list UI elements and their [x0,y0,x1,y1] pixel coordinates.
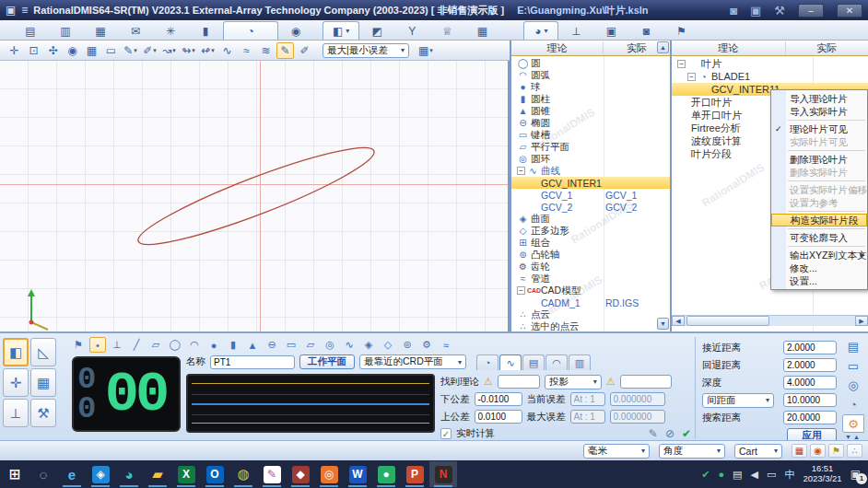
ribbon-tab[interactable]: ✉ ▾ [118,21,153,40]
feature-type-button[interactable]: ▮ [225,337,241,353]
display-tray-icon[interactable]: ▭ [767,469,776,481]
context-menu-item[interactable]: ✓ 修改... ▶ [771,261,867,274]
context-menu-item[interactable]: ✓ 删除实际叶片 ▶ [771,166,867,179]
scroll-right-button[interactable]: ▶ [855,316,868,326]
feature-type-button[interactable]: ▭ [283,337,299,353]
ribbon-tab[interactable]: ▮ ▾ [188,21,223,40]
tree-expand-toggle[interactable]: − [517,286,525,295]
theory-column-header[interactable]: 理论 [672,41,786,55]
feature-type-button[interactable]: ⚙ [418,337,435,353]
depth-input[interactable] [783,376,837,389]
ribbon-tab[interactable]: ♕ ▾ [429,21,464,40]
units-select[interactable]: 毫米 ▾ [583,444,650,459]
scrollbar-thumb[interactable] [686,316,769,326]
taskbar-app-button[interactable]: ◈ [87,461,114,487]
feature-type-button[interactable]: • [89,337,106,353]
ribbon-tab[interactable]: ◧ ▾ [323,21,359,40]
context-menu-item[interactable]: ✓ 可变轮廓导入 ▶ [771,231,867,244]
context-menu-item[interactable]: ✓ 设置实际叶片偏移 ▶ [771,183,867,196]
crd-plane-select[interactable]: 最靠近的CRD平面 ▾ [359,354,466,369]
volume-tray-icon[interactable]: ◀ [751,469,758,481]
context-menu-item[interactable]: ✓ 删除理论叶片 ▶ [771,153,867,166]
ribbon-tab[interactable]: ▦ ▾ [464,21,499,40]
theory-column-header[interactable]: 理论 [511,41,604,55]
taskbar-app-button[interactable]: ◎ [315,461,343,487]
context-menu-item[interactable]: ✓ 设置... ▶ [771,274,867,287]
toolbar-button[interactable]: ≈ ▾ [238,42,255,59]
ribbon-tab[interactable]: ◩ ▾ [359,21,394,40]
taskbar-app-button[interactable]: O [201,461,229,487]
tree-row[interactable]: − CADM_1 RD.IGS [511,296,670,308]
taskbar-app-button[interactable]: P [401,461,428,487]
tree-row[interactable]: − ≈ 管道 [511,273,670,285]
taskbar-app-button[interactable]: ⊞ [1,461,29,487]
context-menu-item[interactable]: ✓ 构造实际叶片段 ▶ [771,214,867,227]
toolbar-button[interactable]: ✐ ▾ [296,42,313,59]
taskbar-app-button[interactable]: W [344,461,371,487]
name-input[interactable] [210,355,295,369]
ribbon-tab[interactable]: ◔ ▾ [223,21,278,40]
display-options-button[interactable]: ▦ ▾ [416,42,435,59]
side-tool-button[interactable]: ▤ [842,337,864,355]
clearance-select[interactable]: 间距面 ▾ [702,393,774,408]
tree-row[interactable]: − GCV_1 GCV_1 [511,189,670,201]
toolbar-button[interactable]: ↝ ▾ [160,42,178,59]
taskbar-app-button[interactable]: X [172,461,200,487]
clearance-input[interactable] [783,393,837,407]
search-distance-input[interactable] [783,411,837,424]
ribbon-tab[interactable]: ✳ ▾ [153,21,188,40]
ribbon-tab[interactable]: ⚑ ▾ [663,21,698,40]
ribbon-tab[interactable]: ◙ ▾ [628,21,663,40]
device-palette-button[interactable]: ⚒ [30,399,56,427]
context-menu-item[interactable]: ✓ 实际叶片可见 ▶ [771,135,867,148]
feature-type-button[interactable]: ◯ [167,337,183,353]
feature-type-button[interactable]: ⟂ [109,337,125,353]
actual-column-header[interactable]: 实际 [786,41,868,55]
feature-type-button[interactable]: ⚑ [70,337,87,353]
tree-row[interactable]: − GCV_INTER1 [511,177,670,189]
context-menu-item[interactable]: ✓ 理论叶片可见 ▶ [771,122,867,135]
feature-type-button[interactable]: ╱ [128,337,145,353]
ribbon-tab[interactable]: ▥ ▾ [48,21,83,40]
ribbon-tab[interactable]: ◉ ▾ [278,21,313,40]
ribbon-tab[interactable]: ▤ ▾ [13,21,48,40]
tree-row[interactable]: − ◈ 曲面 [511,213,670,225]
tree-row[interactable]: − ⊖ 椭圆 [511,117,670,129]
device-palette-button[interactable]: ✛ [3,368,29,397]
toolbar-button[interactable]: ↬ ▾ [180,42,197,59]
toolbar-button[interactable]: ⊡ ▾ [25,42,42,59]
antivirus-tray-icon[interactable]: ✔ [701,469,710,481]
realtime-checkbox[interactable]: ✓ [440,428,452,439]
context-menu-item[interactable]: ✓ 导入理论叶片 ▶ [771,92,867,105]
tree-row[interactable]: − ◯ 圆 [511,57,670,69]
result-view-tab[interactable]: ▤ [522,354,545,370]
approach-distance-input[interactable] [783,341,837,354]
feature-type-button[interactable]: ▱ [302,337,319,353]
taskbar-clock[interactable]: 16:51 2023/3/21 [803,464,841,484]
ribbon-tab[interactable]: ◕ ▾ [523,21,558,40]
taskbar-app-button[interactable]: ● [372,461,400,487]
toolbar-button[interactable]: ▦ ▾ [83,42,100,59]
feature-type-button[interactable]: ◎ [322,337,338,353]
tree-row[interactable]: − CAD CAD模型 [511,285,670,296]
close-button[interactable]: ✕ [837,4,862,17]
tree-row[interactable]: − ▲ 圆锥 [511,105,670,117]
find-theory-input[interactable] [498,375,540,389]
status-icon[interactable]: ◉ [810,444,826,458]
tree-expand-toggle[interactable]: − [687,73,696,81]
feature-type-button[interactable]: ● [205,337,222,353]
context-menu-item[interactable]: ✓ 导入实际叶片 ▶ [771,105,867,118]
side-tool-button[interactable]: ⚙ [842,414,864,433]
ribbon-tab[interactable]: ⟂ ▾ [558,21,593,40]
ime-indicator[interactable]: 中 [784,468,794,482]
ribbon-tab[interactable]: Y ▾ [394,21,429,40]
lower-tolerance-input[interactable] [475,392,522,406]
toolbar-button[interactable]: ◉ ▾ [64,42,81,59]
tree-row[interactable]: − GCV_2 GCV_2 [511,201,670,213]
tree-row[interactable]: − ● 球 [511,81,670,93]
coordinate-system-select[interactable]: Cart ▾ [734,444,782,459]
touchpad-tray-icon[interactable]: ▤ [733,469,742,481]
context-menu-item[interactable]: ✓ 输出XYZ到文本文件 ▶ [771,249,867,261]
wechat-tray-icon[interactable]: ● [718,469,724,480]
tree-row[interactable]: − ∿ 曲线 [511,165,670,177]
